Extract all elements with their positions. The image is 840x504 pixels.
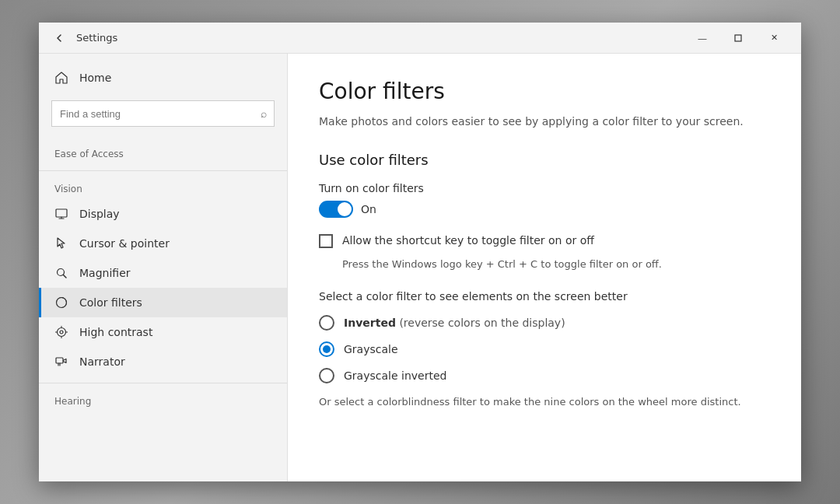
search-input[interactable] (51, 100, 275, 127)
toggle-container: On (319, 201, 770, 218)
sidebar-item-display[interactable]: Display (39, 199, 287, 229)
display-icon (54, 207, 68, 221)
toggle-state-label: On (361, 203, 376, 215)
back-button[interactable] (48, 27, 70, 49)
svg-rect-6 (56, 358, 63, 363)
content-area: Home ⌕ Ease of Access Vision Display (39, 54, 801, 481)
filter-option-grayscale-inverted[interactable]: Grayscale inverted (319, 368, 770, 383)
filter-option-inverted[interactable]: Inverted (reverse colors on the display) (319, 315, 770, 331)
narrator-icon (54, 355, 68, 369)
cursor-icon (54, 236, 68, 250)
radio-grayscale-inverted[interactable] (319, 368, 334, 383)
radio-grayscale[interactable] (319, 341, 334, 357)
maximize-button[interactable] (720, 26, 756, 51)
page-title: Color filters (319, 79, 770, 104)
close-button[interactable]: ✕ (756, 26, 792, 51)
shortcut-checkbox-label: Allow the shortcut key to toggle filter … (342, 233, 594, 249)
sidebar-item-cursor-pointer[interactable]: Cursor & pointer (39, 229, 287, 258)
sidebar-item-high-contrast[interactable]: High contrast (39, 317, 287, 347)
sidebar-item-magnifier[interactable]: Magnifier (39, 258, 287, 288)
page-description: Make photos and colors easier to see by … (319, 114, 770, 130)
hearing-section-title: Hearing (39, 390, 287, 410)
colorblind-description: Or select a colorblindness filter to mak… (319, 394, 770, 410)
radio-grayscale-inverted-label: Grayscale inverted (344, 369, 446, 382)
svg-rect-0 (735, 35, 741, 41)
high-contrast-icon (54, 325, 68, 339)
svg-point-4 (58, 328, 66, 337)
use-color-filters-heading: Use color filters (319, 152, 770, 168)
radio-inverted[interactable] (319, 315, 334, 331)
sidebar-item-home[interactable]: Home (39, 63, 287, 93)
settings-window: Settings — ✕ Home ⌕ E (39, 23, 801, 481)
window-controls: — ✕ (684, 26, 792, 51)
home-icon (54, 71, 68, 85)
toggle-knob (338, 202, 352, 216)
shortcut-checkbox-row: Allow the shortcut key to toggle filter … (319, 233, 770, 249)
shortcut-checkbox[interactable] (319, 234, 333, 248)
radio-inverted-label: Inverted (reverse colors on the display) (344, 317, 565, 329)
filter-select-heading: Select a color filter to see elements on… (319, 290, 770, 303)
sidebar-divider-1 (39, 170, 287, 171)
search-container: ⌕ (51, 100, 275, 127)
sidebar-item-color-filters[interactable]: Color filters (39, 288, 287, 317)
sidebar: Home ⌕ Ease of Access Vision Display (39, 54, 288, 481)
shortcut-description: Press the Windows logo key + Ctrl + C to… (342, 257, 770, 272)
magnifier-icon (54, 266, 68, 280)
svg-point-5 (60, 331, 63, 334)
vision-section-title: Vision (39, 177, 287, 199)
toggle-row: Turn on color filters On (319, 182, 770, 218)
titlebar: Settings — ✕ (39, 23, 801, 54)
svg-rect-1 (56, 209, 67, 217)
sidebar-item-narrator[interactable]: Narrator (39, 347, 287, 376)
window-title: Settings (76, 32, 684, 44)
minimize-button[interactable]: — (684, 26, 720, 51)
toggle-label: Turn on color filters (319, 182, 770, 194)
sidebar-divider-2 (39, 383, 287, 383)
main-content: Color filters Make photos and colors eas… (288, 54, 801, 481)
color-filters-icon (54, 296, 68, 310)
filter-option-grayscale[interactable]: Grayscale (319, 341, 770, 357)
sidebar-section-title: Ease of Access (39, 142, 287, 164)
radio-grayscale-dot (323, 345, 331, 353)
radio-grayscale-label: Grayscale (344, 343, 398, 355)
color-filters-toggle[interactable] (319, 201, 353, 218)
